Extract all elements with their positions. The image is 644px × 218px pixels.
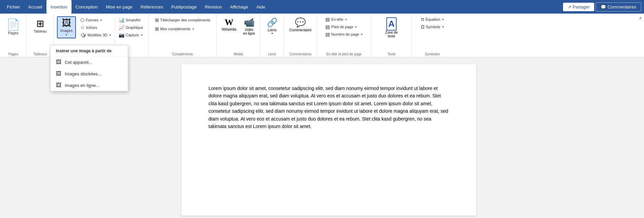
menu-conception[interactable]: Conception	[72, 0, 102, 14]
video-button[interactable]: 📹 Vidéo en ligne	[240, 16, 258, 37]
pied-button[interactable]: ▤ Pied de page ▾	[323, 23, 365, 31]
pages-label: Pages	[8, 31, 18, 35]
texte-buttons: A Zone de texte	[382, 16, 401, 46]
menu-publipostage[interactable]: Publipostage	[167, 0, 201, 14]
symbole-arrow: ▾	[442, 25, 444, 29]
ruler-left	[0, 57, 14, 218]
telecharger-complements-button[interactable]: ⊞ Télécharger des compléments	[153, 16, 213, 24]
smartart-icon: 📊	[119, 17, 124, 23]
modeles3d-button[interactable]: 🎲 Modèles 3D ▾	[78, 31, 113, 39]
graphique-icon: 📈	[119, 25, 124, 30]
images-stockees-label: Images stockées...	[65, 71, 101, 76]
dropdown-title: Insérer une image à partir de	[51, 45, 128, 56]
images-btn-group: 🖼 Images ▾	[57, 16, 76, 38]
cet-appareil-label: Cet appareil...	[65, 60, 92, 65]
tableau-button[interactable]: ⊞ Tableau	[31, 16, 50, 35]
liens-group-label: Liens	[260, 52, 284, 56]
dropdown-item-images-en-ligne[interactable]: 🖼 Images en ligne...	[51, 79, 128, 91]
pied-icon: ▤	[325, 24, 330, 30]
comments-button[interactable]: 💬 Commentaires	[596, 2, 641, 12]
menu-bar: Fichier Accueil Insertion Conception Mis…	[0, 0, 644, 14]
ribbon-collapse-button[interactable]: ∧	[639, 16, 642, 20]
commentaire-button[interactable]: 💬 Commentaire	[286, 16, 315, 34]
commentaire-icon: 💬	[295, 17, 306, 28]
pages-group-label: Pages	[8, 52, 18, 56]
images-dropdown-arrow: ▾	[66, 33, 67, 36]
complements-col: ⊞ Télécharger des compléments ⊞ Mes comp…	[153, 16, 213, 39]
menu-accueil[interactable]: Accueil	[24, 0, 46, 14]
liens-button[interactable]: 🔗 Liens ▾	[264, 16, 281, 37]
media-buttons: W Wikipédia 📹 Vidéo en ligne	[219, 16, 258, 43]
ribbon-group-texte: A Zone de texte Texte	[371, 15, 412, 57]
comments-icon: 💬	[601, 4, 606, 10]
modeles3d-icon: 🎲	[80, 32, 86, 38]
numero-button[interactable]: ▤ Numéro de page ▾	[323, 31, 365, 38]
graphique-button[interactable]: 📈 Graphique	[116, 24, 145, 31]
icones-icon: ☆	[80, 25, 85, 30]
commentaire-label: Commentaire	[289, 28, 311, 32]
menu-insertion[interactable]: Insertion	[46, 0, 72, 14]
menu-affichage[interactable]: Affichage	[226, 0, 252, 14]
images-stockees-icon: 🖼	[56, 71, 61, 77]
formes-button[interactable]: ⬡ Formes ▾	[78, 16, 113, 24]
symboles-group-label: Symboles	[412, 52, 452, 56]
smartart-button[interactable]: 📊 SmartArt	[116, 16, 145, 24]
numero-label: Numéro de page	[331, 32, 359, 36]
wikipedia-button[interactable]: W Wikipédia	[219, 16, 239, 33]
mes-complements-button[interactable]: ⊞ Mes compléments ▾	[153, 24, 213, 33]
ribbon-group-tableaux: ⊞ Tableau Tableaux	[27, 15, 54, 57]
pied-label: Pied de page	[331, 25, 353, 29]
commentaires-group-label: Commentaires	[284, 52, 317, 56]
ribbon-group-media: W Wikipédia 📹 Vidéo en ligne Média	[217, 15, 260, 57]
zone-texte-label: Zone de texte	[385, 31, 398, 38]
numero-arrow: ▾	[361, 33, 362, 36]
icones-button[interactable]: ☆ Icônes	[78, 24, 113, 31]
modeles3d-arrow: ▾	[109, 34, 111, 37]
menu-revision[interactable]: Révision	[201, 0, 226, 14]
document-page[interactable]: Lorem ipsum dolor sit amet, consetetur s…	[181, 64, 476, 216]
comments-label: Commentaires	[607, 4, 636, 10]
mes-arrow: ▾	[193, 28, 194, 31]
symbole-button[interactable]: Ω Symbole ▾	[419, 23, 446, 31]
tableau-label: Tableau	[34, 29, 47, 33]
entete-col: ▤ En-tête ▾ ▤ Pied de page ▾ ▤ Numéro de…	[323, 16, 365, 44]
menu-mise-en-page[interactable]: Mise en page	[102, 0, 137, 14]
menu-references[interactable]: Références	[137, 0, 167, 14]
share-icon: ↗	[568, 4, 571, 10]
images-en-ligne-label: Images en ligne...	[65, 83, 100, 88]
symboles-buttons: π Équation ▾ Ω Symbole ▾	[419, 16, 446, 43]
menu-aide[interactable]: Aide	[252, 0, 269, 14]
graphique-label: Graphique	[126, 25, 143, 30]
menu-bar-right: ↗ Partager 💬 Commentaires	[563, 2, 641, 12]
media-group-label: Média	[217, 52, 260, 56]
menu-fichier[interactable]: Fichier	[3, 0, 24, 14]
equation-button[interactable]: π Équation ▾	[419, 16, 446, 23]
equation-label: Équation	[425, 17, 440, 21]
entete-icon: ▤	[325, 17, 330, 22]
dropdown-item-images-stockees[interactable]: 🖼 Images stockées...	[51, 68, 128, 79]
ribbon-group-commentaires: 💬 Commentaire Commentaires	[284, 15, 317, 57]
ribbon-group-symboles: π Équation ▾ Ω Symbole ▾ Symboles	[412, 15, 452, 57]
icones-label: Icônes	[86, 25, 97, 30]
images-label: Images	[60, 29, 73, 33]
capture-button[interactable]: 📷 Capture ▾	[116, 31, 145, 39]
video-icon: 📹	[244, 17, 255, 28]
liens-icon: 🔗	[267, 17, 278, 28]
pied-arrow: ▾	[355, 25, 357, 29]
entete-label: En-tête	[331, 17, 343, 21]
images-button[interactable]: 🖼 Images ▾	[57, 16, 76, 38]
liens-arrow: ▾	[271, 32, 273, 35]
entete-button[interactable]: ▤ En-tête ▾	[323, 16, 365, 23]
liens-label: Liens	[268, 28, 277, 32]
mes-label: Mes compléments	[160, 27, 190, 31]
zone-texte-button[interactable]: A Zone de texte	[382, 16, 401, 40]
mes-icon: ⊞	[155, 26, 159, 32]
share-button[interactable]: ↗ Partager	[563, 3, 595, 11]
dropdown-item-cet-appareil[interactable]: 🖼 Cet appareil...	[51, 56, 128, 68]
cet-appareil-icon: 🖼	[56, 59, 61, 65]
formes-label: Formes	[86, 18, 98, 22]
equation-arrow: ▾	[442, 18, 444, 21]
images-icon: 🖼	[62, 18, 71, 28]
numero-icon: ▤	[325, 32, 330, 37]
pages-button[interactable]: 📄 Pages	[3, 16, 23, 37]
